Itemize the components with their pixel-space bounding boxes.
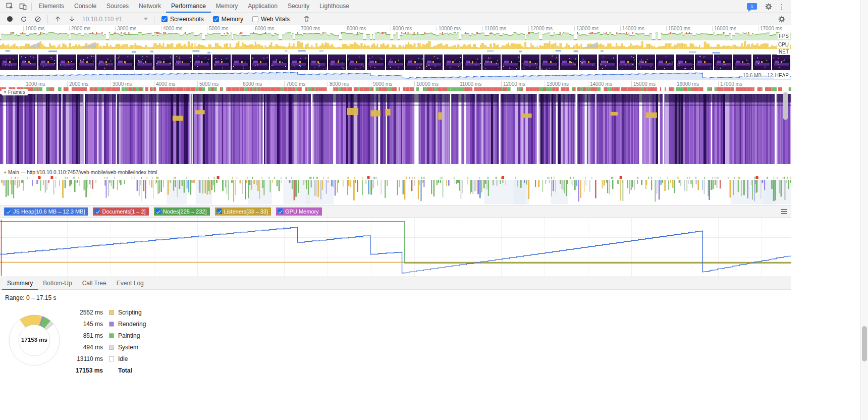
tab-event-log[interactable]: Event Log xyxy=(112,277,149,290)
tab-sources[interactable]: Sources xyxy=(101,0,134,13)
main-thread-track[interactable]: ▾ Main — http://10.10.0.110:7457/web-mob… xyxy=(0,168,791,205)
profile-history-select[interactable]: 10.10.0.110 #1 xyxy=(79,16,151,23)
cpu-lane-label: CPU xyxy=(777,41,790,48)
counter-label: Listeners[33 – 33] xyxy=(224,208,268,215)
cpu-chart[interactable] xyxy=(0,40,791,49)
counter-js-heap[interactable]: JS Heap[10.6 MB – 12.3 MB] xyxy=(4,207,88,216)
net-lane-label: NET xyxy=(777,48,790,55)
tab-bottom-up[interactable]: Bottom-Up xyxy=(38,277,77,290)
ruler-tick: 11000 ms xyxy=(458,81,481,87)
tab-performance[interactable]: Performance xyxy=(166,0,211,13)
screenshots-checkbox[interactable]: Screenshots xyxy=(161,16,204,23)
overlay-menu-icon[interactable] xyxy=(781,209,787,214)
legend-category: Rendering xyxy=(118,321,146,328)
legend-row-scripting: 2552 ms Scripting xyxy=(65,306,146,318)
heap-overview-chart[interactable] xyxy=(0,70,791,80)
counter-listeners[interactable]: Listeners[33 – 33] xyxy=(215,207,271,216)
checkbox-icon xyxy=(155,208,161,214)
legend-swatch xyxy=(109,322,114,327)
frames-track[interactable]: ▾ Frames xyxy=(0,87,791,168)
tab-summary[interactable]: Summary xyxy=(2,277,38,290)
frames-flamechart[interactable] xyxy=(0,87,791,168)
total-time-label: 17153 ms xyxy=(4,337,65,343)
ruler-tick: 4000 ms xyxy=(161,26,182,31)
counter-gpu-memory[interactable]: GPU Memory xyxy=(276,207,322,216)
legend-value: 145 ms xyxy=(65,321,103,328)
save-profile-button[interactable] xyxy=(65,14,78,25)
page-scrollbar[interactable] xyxy=(860,0,868,420)
legend-category: Scripting xyxy=(118,309,142,316)
load-profile-button[interactable] xyxy=(51,14,64,25)
memory-checkbox[interactable]: Memory xyxy=(213,16,243,23)
checkbox-icon xyxy=(216,208,222,214)
ruler-tick: 2000 ms xyxy=(69,26,90,31)
counter-label: GPU Memory xyxy=(285,208,319,215)
main-track-header[interactable]: ▾ Main — http://10.10.0.110:7457/web-mob… xyxy=(2,169,160,176)
legend-value: 494 ms xyxy=(65,344,103,351)
legend-value: 17153 ms xyxy=(65,367,103,374)
devtools-tabbar: Elements Console Sources Network Perform… xyxy=(0,0,791,13)
panel-tabs: Elements Console Sources Network Perform… xyxy=(34,0,354,13)
fps-chart[interactable] xyxy=(0,32,791,40)
counter-nodes[interactable]: Nodes[225 – 232] xyxy=(154,207,210,216)
legend-row-rendering: 145 ms Rendering xyxy=(65,318,146,330)
ruler-tick: 3000 ms xyxy=(115,26,136,31)
performance-toolbar: 10.10.0.110 #1 Screenshots Memory Web Vi… xyxy=(0,13,791,25)
checkbox-label: Web Vitals xyxy=(261,16,290,23)
tab-call-tree[interactable]: Call Tree xyxy=(77,277,112,290)
ruler-tick: 16000 ms xyxy=(675,81,699,87)
ruler-tick: 7000 ms xyxy=(299,26,320,31)
ruler-tick: 5000 ms xyxy=(197,81,219,87)
tab-console[interactable]: Console xyxy=(69,0,101,13)
record-button[interactable] xyxy=(3,14,16,25)
disclosure-triangle-icon: ▾ xyxy=(4,170,6,175)
timeline-overview[interactable]: 1000 ms2000 ms3000 ms4000 ms5000 ms6000 … xyxy=(0,25,791,80)
legend-swatch xyxy=(109,333,114,338)
counter-documents[interactable]: Documents[1 – 2] xyxy=(93,207,148,216)
reload-and-record-button[interactable] xyxy=(17,14,30,25)
tab-memory[interactable]: Memory xyxy=(211,0,243,13)
tab-security[interactable]: Security xyxy=(283,0,314,13)
details-tabbar: Summary Bottom-Up Call Tree Event Log xyxy=(0,277,791,290)
tab-application[interactable]: Application xyxy=(243,0,283,13)
scrollbar-thumb[interactable] xyxy=(862,326,867,361)
net-chart[interactable] xyxy=(0,49,791,55)
tab-elements[interactable]: Elements xyxy=(34,0,69,13)
more-options-icon[interactable]: ⋮ xyxy=(775,1,788,12)
legend-row-system: 494 ms System xyxy=(65,341,146,353)
timeline-ruler: 1000 ms2000 ms3000 ms4000 ms5000 ms6000 … xyxy=(0,80,791,87)
summary-donut-chart: 17153 ms xyxy=(4,310,65,371)
frames-scrollbar-thumb[interactable] xyxy=(783,92,788,120)
legend-category: Idle xyxy=(118,355,128,362)
ruler-tick: 8000 ms xyxy=(328,81,349,87)
memory-chart[interactable] xyxy=(0,218,791,277)
frames-track-header[interactable]: ▾ Frames xyxy=(2,89,28,95)
memory-chart-canvas[interactable] xyxy=(0,218,791,277)
ruler-tick: 14000 ms xyxy=(588,81,612,87)
inspect-element-icon[interactable] xyxy=(3,1,16,12)
checkbox-icon xyxy=(278,208,283,214)
legend-row-total: 17153 ms Total xyxy=(65,364,146,376)
divider xyxy=(31,3,32,11)
checkbox-icon xyxy=(252,16,258,22)
ruler-tick: 8000 ms xyxy=(345,26,366,31)
capture-settings-gear-icon[interactable] xyxy=(775,14,788,25)
console-messages-badge[interactable]: 1 xyxy=(747,3,757,10)
settings-gear-icon[interactable] xyxy=(762,1,775,12)
web-vitals-checkbox[interactable]: Web Vitals xyxy=(252,16,290,23)
ruler-tick: 9000 ms xyxy=(391,26,412,31)
counter-label: JS Heap[10.6 MB – 12.3 MB] xyxy=(13,208,85,215)
checkbox-icon xyxy=(6,208,11,214)
main-thread-flamechart[interactable] xyxy=(0,176,791,205)
ruler-tick: 10000 ms xyxy=(414,81,439,87)
record-icon xyxy=(7,16,13,22)
clear-recording-button[interactable] xyxy=(31,14,44,25)
range-label: Range: 0 – 17.15 s xyxy=(5,294,791,301)
device-toolbar-icon[interactable] xyxy=(16,1,29,12)
garbage-collect-icon[interactable] xyxy=(300,14,313,25)
tab-network[interactable]: Network xyxy=(134,0,166,13)
heap-range-label: 10.6 MB – 12.3 MB xyxy=(743,73,778,78)
screenshots-filmstrip[interactable] xyxy=(0,55,791,70)
ruler-tick: 12000 ms xyxy=(501,81,525,87)
tab-lighthouse[interactable]: Lighthouse xyxy=(314,0,354,13)
